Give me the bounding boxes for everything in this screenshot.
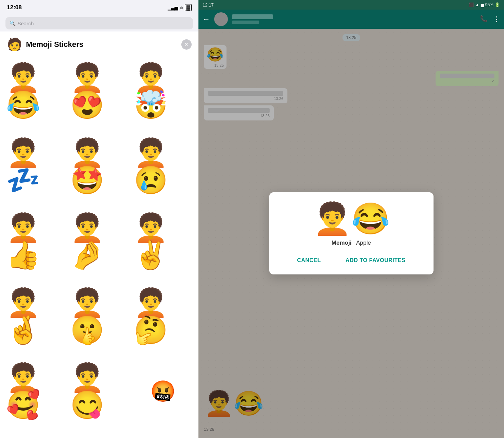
search-placeholder: Search [17,21,34,26]
android-status-icons: ⬛ ▲ ▅ 95% 🔋 [469,2,500,7]
sticker-cell-9[interactable]: 🧑‍🦱🤞 [3,285,67,349]
sticker-cell-0[interactable]: 🧑‍🦱😂 [3,60,67,124]
android-time: 12:17 [203,2,214,8]
dialog-actions: CANCEL ADD TO FAVOURITES [292,255,411,266]
sticker-emoji-10: 🧑‍🦱🤫 [70,289,129,344]
android-toolbar: ← 📞 ⋮ [198,10,504,29]
contact-status-bar [232,21,259,24]
battery-percent: 95% [485,2,493,7]
sticker-cell-13[interactable]: 🧑‍🦱😋 [67,360,131,424]
chat-background: 13:25 😂 13:25 ✓ 13:26 13:26 [198,29,504,438]
cancel-button[interactable]: CANCEL [292,255,326,266]
sticker-emoji-9: 🧑‍🦱🤞 [6,289,65,344]
sticker-emoji-3: 🧑‍🦱💤 [6,139,65,194]
network-icon: ▲ [475,2,479,7]
add-to-favourites-button[interactable]: ADD TO FAVOURITES [340,255,411,266]
pack-icon: 🧑 [7,37,22,52]
sticker-cell-14[interactable]: 🤬 [131,360,195,424]
toolbar-actions: 📞 ⋮ [480,15,500,23]
sticker-emoji-5: 🧑‍🦱😢 [134,139,192,194]
close-button[interactable]: × [181,39,192,50]
sticker-cell-11[interactable]: 🧑‍🦱🤔 [131,285,195,349]
sticker-emoji-0: 🧑‍🦱😂 [6,64,65,119]
sticker-cell-10[interactable]: 🧑‍🦱🤫 [67,285,131,349]
contact-name-bar [232,14,273,19]
ios-sticker-panel: 12:08 ▁▃▅ ⌾ ▓ 🔍 Search 🧑 Memoji Stickers… [0,0,198,438]
search-bar[interactable]: 🔍 Search [5,17,193,29]
signal-bars-icon: ▅ [481,2,484,7]
sticker-emoji-6: 🧑‍🦱👍 [6,214,65,269]
sticker-emoji-8: 🧑‍🦱✌️ [134,214,192,269]
sticker-cell-12[interactable]: 🧑‍🦱🥰 [3,360,67,424]
sticker-grid: 🧑‍🦱😂 🧑‍🦱😍 🧑‍🦱🤯 🧑‍🦱💤 🧑‍🦱🤩 🧑‍🦱😢 🧑‍🦱👍 🧑‍🦱🤌 [0,56,198,438]
search-icon: 🔍 [10,21,15,26]
sticker-emoji-4: 🧑‍🦱🤩 [70,139,129,194]
vibrate-icon: ⬛ [469,2,474,7]
contact-avatar[interactable] [214,12,228,26]
sticker-dialog: 🧑‍🦱😂 Memoji · Apple CANCEL ADD TO FAVOUR… [269,192,434,274]
dialog-pack-author: Apple [356,240,371,246]
sticker-emoji-12: 🧑‍🦱🥰 [6,364,65,419]
sticker-emoji-13: 🧑‍🦱😋 [70,364,129,419]
dialog-pack-title: Memoji [332,240,352,246]
pack-title-group: 🧑 Memoji Stickers [7,37,83,52]
close-icon: × [185,41,188,48]
android-status-bar: 12:17 ⬛ ▲ ▅ 95% 🔋 [198,0,504,10]
sticker-emoji-14: 🤬 [150,381,176,402]
ios-status-bar: 12:08 ▁▃▅ ⌾ ▓ [0,0,198,15]
sticker-cell-5[interactable]: 🧑‍🦱😢 [131,134,195,198]
sticker-emoji-7: 🧑‍🦱🤌 [70,214,129,269]
dialog-sticker-preview: 🧑‍🦱😂 [313,203,390,234]
sticker-cell-8[interactable]: 🧑‍🦱✌️ [131,209,195,273]
ios-status-icons: ▁▃▅ ⌾ ▓ [168,4,192,11]
wifi-icon: ⌾ [180,5,183,10]
dialog-pack-name: Memoji · Apple [332,240,371,246]
sticker-emoji-2: 🧑‍🦱🤯 [134,64,192,119]
sticker-cell-6[interactable]: 🧑‍🦱👍 [3,209,67,273]
back-button[interactable]: ← [203,15,210,24]
dialog-overlay: 🧑‍🦱😂 Memoji · Apple CANCEL ADD TO FAVOUR… [198,29,504,438]
signal-icon: ▁▃▅ [168,5,178,10]
sticker-cell-1[interactable]: 🧑‍🦱😍 [67,60,131,124]
android-whatsapp-panel: 12:17 ⬛ ▲ ▅ 95% 🔋 ← 📞 ⋮ 13:25 😂 [198,0,504,438]
contact-info [232,14,476,24]
menu-button[interactable]: ⋮ [493,15,500,23]
sticker-cell-4[interactable]: 🧑‍🦱🤩 [67,134,131,198]
pack-title: Memoji Stickers [26,40,83,49]
sticker-cell-7[interactable]: 🧑‍🦱🤌 [67,209,131,273]
pack-header: 🧑 Memoji Stickers × [0,31,198,56]
sticker-emoji-11: 🧑‍🦱🤔 [134,289,192,344]
battery-icon: ▓ [185,4,192,11]
sticker-cell-3[interactable]: 🧑‍🦱💤 [3,134,67,198]
sticker-emoji-1: 🧑‍🦱😍 [70,64,129,119]
dialog-separator: · [353,240,355,246]
ios-time: 12:08 [7,4,22,11]
sticker-cell-2[interactable]: 🧑‍🦱🤯 [131,60,195,124]
battery-icon: 🔋 [495,2,500,7]
call-button[interactable]: 📞 [480,15,488,23]
